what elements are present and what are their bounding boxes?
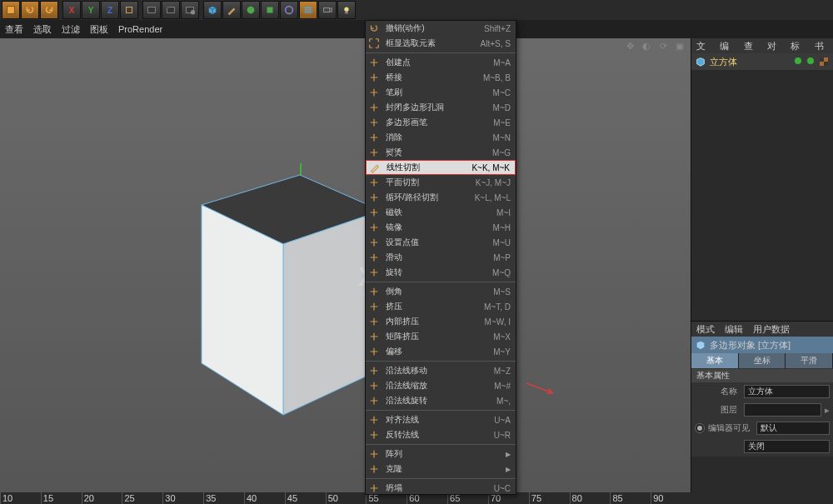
attr-tab-coord[interactable]: 坐标 — [739, 353, 786, 368]
ruler-tick[interactable]: 15 — [41, 492, 82, 504]
menu-item-bevel[interactable]: 倒角M~S — [366, 284, 516, 299]
vp-move-icon[interactable]: ✥ — [624, 40, 636, 52]
ruler-tick[interactable]: 50 — [326, 492, 367, 504]
ruler-tick[interactable]: 10 — [0, 492, 41, 504]
objmgr-tabs: 文件 编辑 查看 对象 标签 书签 — [691, 38, 833, 53]
subbar-prorender[interactable]: ProRender — [118, 24, 162, 34]
menu-item-mirror[interactable]: 镜像M~H — [366, 220, 516, 235]
menu-item-nrmscale[interactable]: 沿法线缩放M~# — [366, 378, 516, 393]
attr-tab-phong[interactable]: 平滑 — [786, 353, 833, 368]
prim-cube[interactable] — [203, 1, 222, 19]
tool-render2[interactable] — [162, 1, 180, 19]
tool-render1[interactable] — [142, 1, 161, 19]
name-field[interactable]: 立方体 — [744, 385, 830, 398]
layer-field[interactable] — [744, 403, 821, 417]
tool-undo[interactable] — [21, 1, 39, 19]
vis-editor-dot[interactable] — [795, 57, 801, 64]
ruler-tick[interactable]: 20 — [82, 492, 122, 504]
obj-row-cube[interactable]: 立方体 — [691, 53, 833, 70]
menu-item-nrmmove[interactable]: 沿法线移动M~Z — [366, 363, 516, 378]
menu-item-iron[interactable]: 熨烫M~G — [366, 145, 516, 160]
axis-y-button[interactable]: Y — [82, 1, 100, 19]
subbar-view[interactable]: 查看 — [5, 23, 23, 36]
menu-item-close[interactable]: 封闭多边形孔洞M~D — [366, 100, 516, 115]
menu-item-dissolve[interactable]: 消除M~N — [366, 130, 516, 145]
menu-item-collapse[interactable]: 坍塌U~C — [366, 481, 516, 495]
vp-zoom-icon[interactable]: ◐ — [641, 40, 652, 52]
tool-coord[interactable] — [120, 1, 138, 19]
axis-x-button[interactable]: X — [62, 1, 81, 19]
menu-item-plane[interactable]: 平面切割K~J, M~J — [366, 175, 516, 190]
objmgr-tab-tags[interactable]: 标签 — [786, 38, 809, 53]
ruler-tick[interactable]: 75 — [529, 492, 570, 504]
ruler-tick[interactable]: 85 — [610, 492, 651, 504]
objmgr-tab-edit[interactable]: 编辑 — [715, 38, 738, 53]
menu-item-smooth[interactable]: 偏移M~Y — [366, 344, 516, 359]
menu-item-clone[interactable]: 克隆▶ — [366, 462, 516, 477]
menu-item-magnet[interactable]: 磁铁M~I — [366, 205, 516, 220]
vis-render-dot[interactable] — [807, 57, 814, 64]
menu-item-spin[interactable]: 旋转M~Q — [366, 265, 516, 280]
menu-item-matrix[interactable]: 矩阵挤压M~X — [366, 329, 516, 344]
objmgr-tab-object[interactable]: 对象 — [762, 38, 786, 53]
menu-item-label: 滑动 — [386, 252, 488, 263]
menu-item-polypen[interactable]: 多边形画笔M~E — [366, 115, 516, 130]
close-field[interactable]: 关闭 — [744, 440, 830, 453]
menu-item-shortcut: M~C — [493, 88, 511, 97]
attr-row-close: 关闭 — [691, 437, 833, 456]
menu-item-ptcreate[interactable]: 创建点M~A — [366, 55, 516, 70]
tool-rendersettings[interactable] — [181, 1, 199, 19]
ruler-tick[interactable]: 45 — [285, 492, 326, 504]
subbar-select[interactable]: 选取 — [33, 23, 52, 36]
menu-item-undo[interactable]: 撤销(动作)Shift+Z — [366, 21, 516, 36]
ruler-tick[interactable]: 35 — [203, 492, 244, 504]
tool-redo[interactable] — [40, 1, 58, 19]
attr-head-mode[interactable]: 模式 — [691, 322, 720, 337]
tool-new[interactable] — [2, 1, 20, 19]
menu-item-setval[interactable]: 设置点值M~U — [366, 235, 516, 250]
subbar-panel[interactable]: 图板 — [90, 23, 108, 36]
vp-max-icon[interactable]: ▣ — [674, 40, 686, 52]
attr-tab-basic[interactable]: 基本 — [691, 353, 739, 368]
timeline-ruler[interactable]: 1015202530354045505560657075808590 — [0, 492, 691, 504]
light-button[interactable] — [337, 1, 356, 19]
field-button[interactable] — [280, 1, 298, 19]
collapse-icon — [367, 482, 381, 495]
camera-button[interactable] — [318, 1, 337, 19]
menu-item-nrmrot[interactable]: 沿法线旋转M~, — [366, 393, 516, 408]
menu-item-brush[interactable]: 笔刷M~C — [366, 85, 516, 100]
viewport-3d[interactable]: ✥ ◐ ⟳ ▣ X / 网 system.com — [0, 38, 691, 504]
menu-item-array[interactable]: 阵列▶ — [366, 447, 516, 462]
menu-item-frame[interactable]: 框显选取元素Alt+S, S — [366, 36, 516, 51]
vp-rot-icon[interactable]: ⟳ — [657, 40, 669, 52]
generator-button[interactable] — [261, 1, 279, 19]
menu-item-flip[interactable]: 反转法线U~R — [366, 427, 516, 442]
layer-dropdown-icon[interactable]: ▸ — [825, 405, 830, 416]
objmgr-tab-file[interactable]: 文件 — [691, 38, 715, 53]
subbar-filter[interactable]: 过滤 — [62, 23, 80, 36]
editorvis-field[interactable]: 默认 — [756, 422, 830, 435]
menu-item-extrude[interactable]: 挤压M~T, D — [366, 299, 516, 314]
knife-icon — [368, 161, 382, 174]
editorvis-checkbox[interactable] — [695, 423, 705, 433]
axis-z-button[interactable]: Z — [101, 1, 119, 19]
menu-item-knife[interactable]: 线性切割K~K, M~K — [366, 160, 516, 175]
ruler-tick[interactable]: 40 — [244, 492, 285, 504]
deformer-button[interactable] — [242, 1, 260, 19]
menu-item-bridge[interactable]: 桥接M~B, B — [366, 70, 516, 85]
objmgr-tab-view[interactable]: 查看 — [739, 38, 762, 53]
attr-head-edit[interactable]: 编辑 — [720, 322, 748, 337]
ruler-tick[interactable]: 80 — [570, 492, 611, 504]
checker-icon[interactable] — [820, 57, 828, 66]
menu-item-slide[interactable]: 滑动M~P — [366, 250, 516, 265]
ruler-tick[interactable]: 90 — [651, 492, 691, 504]
attr-head-user[interactable]: 用户数据 — [748, 322, 795, 337]
menu-item-inner[interactable]: 内部挤压M~W, I — [366, 314, 516, 329]
grid-button[interactable] — [299, 1, 317, 19]
menu-item-align[interactable]: 对齐法线U~A — [366, 412, 516, 427]
tool-pen[interactable] — [222, 1, 241, 19]
ruler-tick[interactable]: 25 — [122, 492, 162, 504]
objmgr-tab-bookmark[interactable]: 书签 — [810, 38, 833, 53]
ruler-tick[interactable]: 30 — [162, 492, 203, 504]
menu-item-loop[interactable]: 循环/路径切割K~L, M~L — [366, 190, 516, 205]
